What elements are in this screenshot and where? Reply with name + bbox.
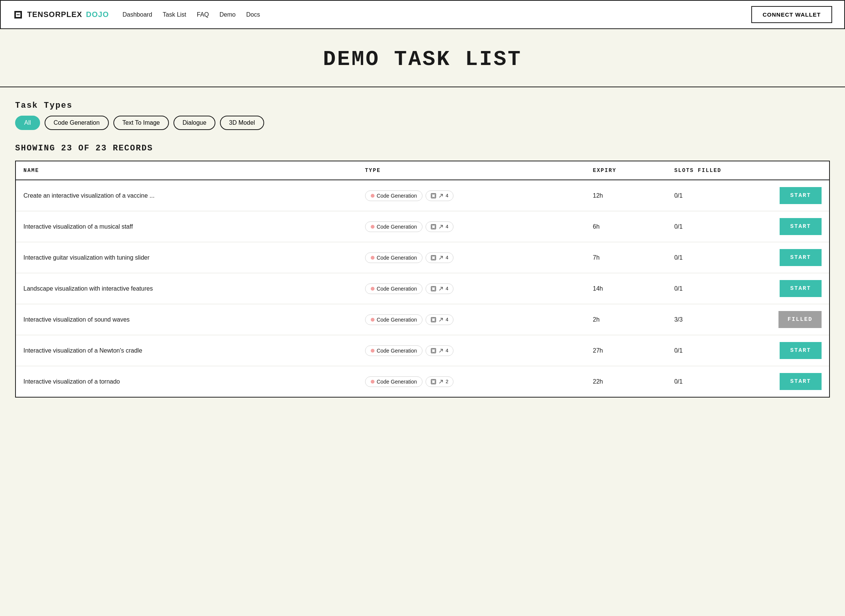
icon-badge: 4: [426, 314, 453, 325]
table-row: Interactive guitar visualization with tu…: [15, 242, 830, 273]
task-slots: 0/1: [667, 273, 748, 304]
svg-rect-12: [432, 349, 435, 352]
badge-dot: [371, 287, 375, 291]
arrow-icon: [438, 193, 444, 198]
filter-all[interactable]: All: [15, 116, 40, 130]
start-button[interactable]: START: [780, 373, 822, 390]
table-row: Interactive visualization of a Newton's …: [15, 335, 830, 366]
col-header-action: [748, 161, 830, 180]
task-action-cell: START: [748, 335, 830, 366]
task-action-cell: START: [748, 242, 830, 273]
start-button[interactable]: START: [780, 249, 822, 266]
table-row: Interactive visualization of sound waves…: [15, 304, 830, 335]
task-type-badges: Code Generation 4: [358, 180, 585, 211]
arrow-icon: [438, 286, 444, 291]
task-expiry: 22h: [585, 366, 667, 398]
navbar-left: TENSORPLEX DOJO Dashboard Task List FAQ …: [13, 9, 260, 20]
type-label: Code Generation: [377, 348, 417, 354]
type-label: Code Generation: [377, 224, 417, 230]
filled-button: FILLED: [778, 311, 822, 328]
start-button[interactable]: START: [780, 280, 822, 297]
table-row: Create an interactive visualization of a…: [15, 180, 830, 211]
nav-docs[interactable]: Docs: [246, 11, 260, 18]
task-action-cell: START: [748, 211, 830, 242]
icon-badge: 4: [426, 252, 453, 263]
svg-rect-8: [432, 287, 435, 290]
type-label: Code Generation: [377, 317, 417, 323]
badge-dot: [371, 225, 375, 229]
arrow-icon: [438, 348, 444, 353]
badge-number: 4: [446, 193, 448, 198]
table-row: Interactive visualization of a musical s…: [15, 211, 830, 242]
icon-badge: 4: [426, 190, 453, 201]
filter-dialogue[interactable]: Dialogue: [173, 116, 215, 130]
task-name: Interactive visualization of a musical s…: [15, 211, 358, 242]
start-button[interactable]: START: [780, 342, 822, 359]
svg-rect-4: [432, 225, 435, 228]
table-row: Landscape visualization with interactive…: [15, 273, 830, 304]
type-badge: Code Generation: [365, 221, 423, 232]
badge-number: 4: [446, 286, 448, 291]
task-name: Create an interactive visualization of a…: [15, 180, 358, 211]
layers-icon: [430, 255, 436, 261]
connect-wallet-button[interactable]: CONNECT WALLET: [751, 6, 832, 23]
icon-badge: 2: [426, 376, 453, 387]
layers-icon: [430, 348, 436, 354]
filter-text-image[interactable]: Text To Image: [113, 116, 169, 130]
badge-dot: [371, 194, 375, 198]
task-slots: 0/1: [667, 242, 748, 273]
task-name: Interactive visualization of a tornado: [15, 366, 358, 398]
type-badge: Code Generation: [365, 283, 423, 294]
col-header-slots: SLOTS FILLED: [667, 161, 748, 180]
filter-code-gen[interactable]: Code Generation: [45, 116, 109, 130]
task-name: Interactive guitar visualization with tu…: [15, 242, 358, 273]
arrow-icon: [438, 255, 444, 260]
arrow-icon: [438, 224, 444, 229]
col-header-type: TYPE: [358, 161, 585, 180]
icon-badge: 4: [426, 283, 453, 294]
nav-dashboard[interactable]: Dashboard: [122, 11, 152, 18]
task-slots: 0/1: [667, 180, 748, 211]
start-button[interactable]: START: [780, 187, 822, 204]
svg-rect-10: [432, 318, 435, 321]
layers-icon: [430, 317, 436, 323]
hero-section: DEMO TASK LIST: [0, 29, 845, 87]
task-table: NAME TYPE EXPIRY SLOTS FILLED Create an …: [15, 161, 830, 398]
type-badge: Code Generation: [365, 252, 423, 263]
task-type-badges: Code Generation 2: [358, 366, 585, 398]
badge-dot: [371, 256, 375, 260]
nav-tasklist[interactable]: Task List: [163, 11, 186, 18]
badge-number: 4: [446, 317, 448, 322]
task-name: Interactive visualization of a Newton's …: [15, 335, 358, 366]
badge-dot: [371, 318, 375, 322]
layers-icon: [430, 193, 436, 199]
task-expiry: 12h: [585, 180, 667, 211]
badge-number: 4: [446, 255, 448, 260]
filter-pills: All Code Generation Text To Image Dialog…: [15, 116, 830, 130]
type-label: Code Generation: [377, 379, 417, 385]
col-header-name: NAME: [15, 161, 358, 180]
nav-faq[interactable]: FAQ: [197, 11, 209, 18]
nav-demo[interactable]: Demo: [220, 11, 236, 18]
task-types-label: Task Types: [15, 101, 830, 110]
task-type-badges: Code Generation 4: [358, 335, 585, 366]
type-label: Code Generation: [377, 255, 417, 261]
start-button[interactable]: START: [780, 218, 822, 235]
filter-3d-model[interactable]: 3D Model: [220, 116, 264, 130]
task-expiry: 6h: [585, 211, 667, 242]
task-expiry: 2h: [585, 304, 667, 335]
badge-number: 4: [446, 348, 448, 353]
type-badge: Code Generation: [365, 345, 423, 356]
task-action-cell: FILLED: [748, 304, 830, 335]
task-slots: 0/1: [667, 211, 748, 242]
task-type-badges: Code Generation 4: [358, 304, 585, 335]
type-badge: Code Generation: [365, 190, 423, 201]
navbar: TENSORPLEX DOJO Dashboard Task List FAQ …: [0, 0, 845, 29]
type-label: Code Generation: [377, 193, 417, 199]
task-expiry: 27h: [585, 335, 667, 366]
content-area: Task Types All Code Generation Text To I…: [0, 87, 845, 411]
logo-text-accent: DOJO: [86, 10, 109, 19]
layers-icon: [430, 286, 436, 292]
layers-icon: [430, 224, 436, 230]
task-type-badges: Code Generation 4: [358, 211, 585, 242]
